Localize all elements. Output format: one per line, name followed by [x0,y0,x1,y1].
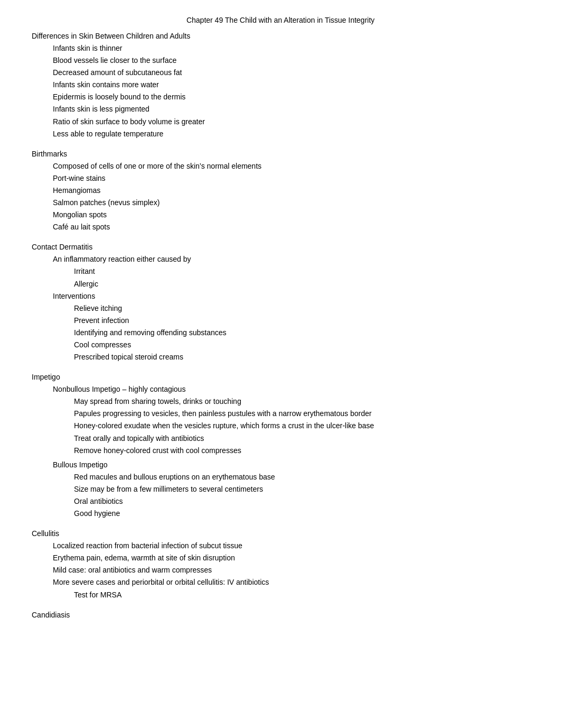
list-item: Salmon patches (nevus simplex) [32,197,529,209]
list-item: Mongolian spots [32,209,529,221]
list-item: Test for MRSA [32,589,529,601]
list-item: Mild case: oral antibiotics and warm com… [32,564,529,576]
section-impetigo: Impetigo Nonbullous Impetigo – highly co… [32,373,529,520]
list-item: Decreased amount of subcutaneous fat [32,67,529,79]
list-item: Bullous Impetigo [32,459,529,471]
list-item: Remove honey-colored crust with cool com… [32,445,529,457]
section-birthmarks-title: Birthmarks [32,150,529,158]
list-item: Infants skin contains more water [32,79,529,91]
list-item: Blood vessels lie closer to the surface [32,54,529,67]
list-item: Honey-colored exudate when the vesicles … [32,420,529,432]
list-item: Infants skin is thinner [32,42,529,54]
list-item: An inflammatory reaction either caused b… [32,253,529,265]
list-item: Interventions [32,290,529,302]
list-item: Relieve itching [32,302,529,315]
list-item: Ratio of skin surface to body volume is … [32,116,529,128]
list-item: Localized reaction from bacterial infect… [32,540,529,552]
list-item: Prescribed topical steroid creams [32,351,529,363]
list-item: Oral antibiotics [32,495,529,508]
list-item: Allergic [32,278,529,290]
list-item: Identifying and removing offending subst… [32,327,529,339]
section-candidiasis: Candidiasis [32,611,529,619]
list-item: Composed of cells of one or more of the … [32,160,529,172]
list-item: Prevent infection [32,315,529,327]
list-item: More severe cases and periorbital or orb… [32,576,529,588]
list-item: Port-wine stains [32,172,529,185]
list-item: Treat orally and topically with antibiot… [32,432,529,445]
list-item: Less able to regulate temperature [32,128,529,140]
page-container: Chapter 49 The Child with an Alteration … [32,16,529,619]
list-item: Irritant [32,265,529,278]
list-item: Papules progressing to vesicles, then pa… [32,408,529,420]
list-item: Erythema pain, edema, warmth at site of … [32,552,529,564]
section-impetigo-title: Impetigo [32,373,529,381]
list-item: Infants skin is less pigmented [32,103,529,115]
section-birthmarks: Birthmarks Composed of cells of one or m… [32,150,529,234]
section-skin-differences: Differences in Skin Between Children and… [32,32,529,140]
list-item: Cool compresses [32,339,529,351]
list-item: Size may be from a few millimeters to se… [32,483,529,495]
list-item: Epidermis is loosely bound to the dermis [32,91,529,103]
page-title: Chapter 49 The Child with an Alteration … [32,16,529,24]
list-item: Red macules and bullous eruptions on an … [32,471,529,483]
section-cellulitis-title: Cellulitis [32,529,529,538]
list-item: Good hygiene [32,508,529,520]
section-candidiasis-title: Candidiasis [32,611,529,619]
list-item: Nonbullous Impetigo – highly contagious [32,383,529,395]
list-item: Café au lait spots [32,221,529,233]
section-skin-differences-title: Differences in Skin Between Children and… [32,32,529,40]
list-item: Hemangiomas [32,185,529,197]
list-item: May spread from sharing towels, drinks o… [32,395,529,408]
section-cellulitis: Cellulitis Localized reaction from bacte… [32,529,529,601]
section-contact-dermatitis-title: Contact Dermatitis [32,243,529,251]
section-contact-dermatitis: Contact Dermatitis An inflammatory react… [32,243,529,363]
